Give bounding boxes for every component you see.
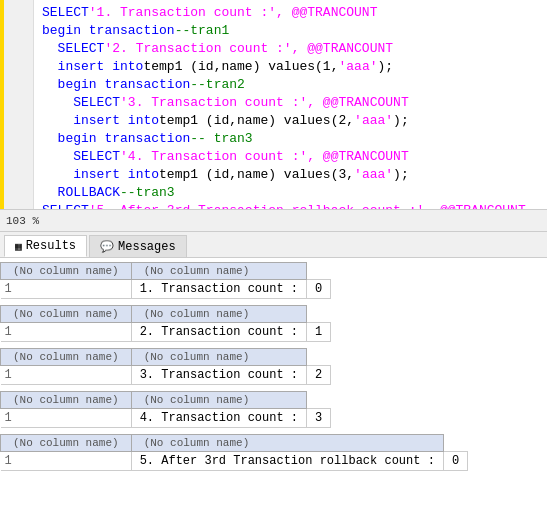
result2-row1-num: 1 [1,323,132,342]
code-lines[interactable]: SELECT '1. Transaction count :', @@TRANC… [34,0,547,209]
bottom-panel: 103 % ▦ Results 💬 Messages ( [0,210,547,510]
code-line-2: begin transaction --tran1 [42,22,539,40]
result1-row1-label: 1. Transaction count : [131,280,306,299]
table-row: 1 2. Transaction count : 1 [1,323,331,342]
result4-row1-num: 1 [1,409,132,428]
result1-col2-header: (No column name) [131,263,306,280]
result3-row1-value: 2 [307,366,331,385]
code-line-10: insert into temp1 (id,name) values(3,'aa… [42,166,539,184]
code-line-6: SELECT '3. Transaction count :', @@TRANC… [42,94,539,112]
tab-results-label: Results [26,239,76,253]
table-row: 1 3. Transaction count : 2 [1,366,331,385]
result4-row1-label: 4. Transaction count : [131,409,306,428]
code-line-12: SELECT '5. After 3rd Transaction rollbac… [42,202,539,209]
line-numbers [4,0,34,209]
result3-col2-header: (No column name) [131,349,306,366]
result2-col2-header: (No column name) [131,306,306,323]
result-block-5: (No column name) (No column name) 1 5. A… [0,434,547,471]
table-row: 1 5. After 3rd Transaction rollback coun… [1,452,468,471]
code-line-11: ROLLBACK --tran3 [42,184,539,202]
result2-col1-header: (No column name) [1,306,132,323]
result-block-1: (No column name) (No column name) 1 1. T… [0,262,547,299]
result5-row1-value: 0 [443,452,467,471]
result-block-2: (No column name) (No column name) 1 2. T… [0,305,547,342]
code-editor: SELECT '1. Transaction count :', @@TRANC… [0,0,547,210]
code-line-4: insert into temp1 (id,name) values(1,'aa… [42,58,539,76]
result-row-wrapper-3: (No column name) (No column name) 1 3. T… [0,348,547,385]
results-grid-icon: ▦ [15,240,22,253]
tab-messages[interactable]: 💬 Messages [89,235,187,257]
result-block-3: (No column name) (No column name) 1 3. T… [0,348,547,385]
result2-row1-label: 2. Transaction count : [131,323,306,342]
result4-col1-header: (No column name) [1,392,132,409]
table-row: 1 1. Transaction count : 0 [1,280,331,299]
result-row-wrapper-4: (No column name) (No column name) 1 4. T… [0,391,547,428]
result4-row1-value: 3 [307,409,331,428]
result5-col2-header: (No column name) [131,435,443,452]
result-row-wrapper-2: (No column name) (No column name) 1 2. T… [0,305,547,342]
result1-row1-num: 1 [1,280,132,299]
result-row-wrapper-5: (No column name) (No column name) 1 5. A… [0,434,547,471]
tab-messages-label: Messages [118,240,176,254]
code-line-3: SELECT '2. Transaction count :', @@TRANC… [42,40,539,58]
result-block-4: (No column name) (No column name) 1 4. T… [0,391,547,428]
code-line-9: SELECT '4. Transaction count :', @@TRANC… [42,148,539,166]
result-table-1: (No column name) (No column name) 1 1. T… [0,262,331,299]
result2-row1-value: 1 [307,323,331,342]
result5-row1-num: 1 [1,452,132,471]
result5-row1-label: 5. After 3rd Transaction rollback count … [131,452,443,471]
result1-row1-value: 0 [307,280,331,299]
result5-col1-header: (No column name) [1,435,132,452]
result-table-3: (No column name) (No column name) 1 3. T… [0,348,331,385]
code-line-5: begin transaction --tran2 [42,76,539,94]
tab-results[interactable]: ▦ Results [4,235,87,257]
code-line-7: insert into temp1 (id,name) values(2,'aa… [42,112,539,130]
result-table-5: (No column name) (No column name) 1 5. A… [0,434,468,471]
result3-row1-num: 1 [1,366,132,385]
table-row: 1 4. Transaction count : 3 [1,409,331,428]
zoom-level: 103 % [6,215,39,227]
messages-icon: 💬 [100,240,114,253]
result3-row1-label: 3. Transaction count : [131,366,306,385]
main-container: SELECT '1. Transaction count :', @@TRANC… [0,0,547,510]
code-line-8: begin transaction -- tran3 [42,130,539,148]
result-row-wrapper-1: (No column name) (No column name) 1 1. T… [0,262,547,299]
results-area[interactable]: (No column name) (No column name) 1 1. T… [0,258,547,510]
result-table-4: (No column name) (No column name) 1 4. T… [0,391,331,428]
result-table-2: (No column name) (No column name) 1 2. T… [0,305,331,342]
result4-col2-header: (No column name) [131,392,306,409]
zoom-bar: 103 % [0,210,547,232]
code-line-1: SELECT '1. Transaction count :', @@TRANC… [42,4,539,22]
result3-col1-header: (No column name) [1,349,132,366]
tab-bar: ▦ Results 💬 Messages [0,232,547,258]
result1-col1-header: (No column name) [1,263,132,280]
